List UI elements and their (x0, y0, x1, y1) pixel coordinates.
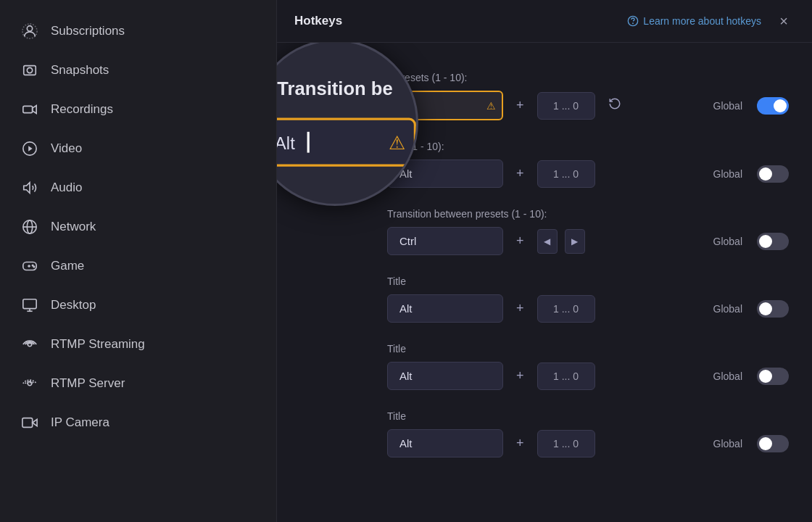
hotkey-section-4: Title Alt + 1 ... 0 Global (387, 343, 789, 390)
key-input-5[interactable]: Alt (387, 429, 503, 457)
header-right: Learn more about hotkeys × (627, 10, 795, 32)
sidebar-item-ip-camera[interactable]: IP Camera (0, 403, 276, 442)
svg-point-3 (27, 67, 32, 72)
global-toggle-1[interactable] (757, 165, 789, 183)
sidebar-label-audio: Audio (51, 181, 82, 195)
game-icon (20, 257, 39, 276)
subscriptions-icon (20, 22, 39, 41)
sidebar-label-rtmp-server: RTMP Server (51, 376, 125, 391)
arrow-left-button[interactable]: ◀ (537, 229, 558, 254)
sidebar-item-subscriptions[interactable]: Subscriptions (0, 12, 276, 51)
ip-camera-icon (20, 413, 39, 432)
warning-icon-0: ⚠ (486, 100, 496, 112)
sidebar-label-subscriptions: Subscriptions (51, 24, 125, 38)
hotkey-row-4: Alt + 1 ... 0 Global (387, 362, 789, 390)
svg-marker-6 (28, 146, 33, 151)
global-label-4: Global (713, 370, 742, 382)
plus-button-0[interactable]: + (510, 95, 530, 116)
key-value-2: Ctrl (399, 235, 416, 247)
key-display-4: 1 ... 0 (537, 362, 595, 390)
plus-button-4[interactable]: + (510, 365, 530, 386)
desktop-icon (20, 296, 39, 315)
hotkey-section-1: sets (1 - 10): Alt + 1 ... 0 Global (387, 141, 789, 188)
hotkey-section-2: Transition between presets (1 - 10): Ctr… (387, 208, 789, 255)
key-input-2[interactable]: Ctrl (387, 227, 503, 255)
svg-point-23 (633, 23, 634, 24)
sidebar: Subscriptions Snapshots Recordings Video (0, 0, 277, 522)
svg-point-0 (27, 26, 32, 31)
svg-rect-4 (23, 106, 33, 112)
zoom-input-value: Alt (277, 133, 295, 152)
sidebar-label-game: Game (51, 259, 84, 273)
sidebar-item-desktop[interactable]: Desktop (0, 286, 276, 325)
key-value-3: Alt (399, 302, 413, 315)
close-button[interactable]: × (773, 10, 795, 32)
help-icon (627, 15, 639, 27)
sidebar-item-audio[interactable]: Audio (0, 168, 276, 207)
hotkey-row-1: Alt + 1 ... 0 Global (387, 160, 789, 188)
global-label-3: Global (713, 303, 742, 315)
key-value-5: Alt (399, 437, 413, 450)
hotkey-row-3: Alt + 1 ... 0 Global (387, 294, 789, 323)
global-toggle-2[interactable] (757, 233, 789, 250)
hotkey-label-5: Title (387, 410, 789, 422)
svg-rect-21 (22, 418, 33, 428)
snapshots-icon (20, 61, 39, 80)
global-toggle-0[interactable] (757, 97, 789, 115)
svg-point-14 (32, 265, 33, 265)
hotkey-section-5: Title Alt + 1 ... 0 Global (387, 410, 789, 457)
key-input-3[interactable]: Alt (387, 294, 503, 323)
learn-more-text: Learn more about hotkeys (643, 15, 761, 27)
plus-button-5[interactable]: + (510, 433, 530, 454)
hotkey-label-4: Title (387, 343, 789, 355)
plus-button-1[interactable]: + (510, 163, 530, 184)
svg-rect-16 (23, 299, 36, 309)
global-label-0: Global (713, 100, 742, 112)
global-label-2: Global (713, 236, 742, 247)
svg-point-15 (33, 266, 34, 267)
global-toggle-4[interactable] (757, 368, 789, 385)
sidebar-item-snapshots[interactable]: Snapshots (0, 51, 276, 90)
arrow-right-button[interactable]: ▶ (565, 229, 585, 254)
sidebar-item-game[interactable]: Game (0, 246, 276, 286)
cursor-blink (307, 132, 309, 153)
sidebar-item-network[interactable]: Network (0, 207, 276, 246)
key-display-1: 1 ... 0 (537, 160, 595, 188)
global-toggle-3[interactable] (757, 300, 789, 318)
hotkey-section-0: n presets (1 - 10): Alt ⚠ + 1 ... 0 Glob… (387, 72, 789, 120)
svg-rect-2 (24, 66, 36, 75)
sidebar-label-video: Video (51, 141, 82, 156)
hotkey-label-3: Title (387, 276, 789, 287)
hotkey-section-3: Title Alt + 1 ... 0 Global (387, 276, 789, 323)
hotkey-row-2: Ctrl + ◀ ▶ Global (387, 227, 789, 255)
global-label-1: Global (713, 168, 742, 180)
global-toggle-5[interactable] (757, 435, 789, 452)
rtmp-server-icon (20, 374, 39, 393)
warning-icon: ⚠ (389, 131, 405, 153)
header: Hotkeys Learn more about hotkeys × (277, 0, 812, 43)
plus-button-2[interactable]: + (510, 231, 530, 252)
sidebar-item-rtmp-server[interactable]: RTMP Server (0, 364, 276, 403)
zoom-input-box[interactable]: Alt ⚠ (277, 118, 416, 167)
sidebar-label-rtmp-streaming: RTMP Streaming (51, 337, 145, 352)
zoom-title: Transition be (277, 78, 392, 99)
key-display-0: 1 ... 0 (537, 92, 595, 120)
recordings-icon (20, 100, 39, 119)
key-input-4[interactable]: Alt (387, 362, 503, 390)
learn-more-link[interactable]: Learn more about hotkeys (627, 15, 761, 27)
plus-button-3[interactable]: + (510, 298, 530, 319)
content-area: Transition be Alt ⚠ n presets (1 - 10): … (277, 43, 812, 522)
sidebar-item-rtmp-streaming[interactable]: RTMP Streaming (0, 325, 276, 364)
key-display-3: 1 ... 0 (537, 295, 595, 323)
sidebar-label-network: Network (51, 220, 96, 234)
header-title: Hotkeys (294, 14, 342, 28)
sidebar-label-snapshots: Snapshots (51, 63, 109, 78)
sidebar-item-recordings[interactable]: Recordings (0, 90, 276, 129)
sidebar-item-video[interactable]: Video (0, 129, 276, 168)
close-icon: × (779, 13, 788, 30)
sidebar-label-recordings: Recordings (51, 102, 113, 117)
hotkey-label-2: Transition between presets (1 - 10): (387, 208, 789, 220)
rtmp-streaming-icon (20, 335, 39, 354)
reset-button-0[interactable] (602, 94, 627, 117)
key-value-4: Alt (399, 370, 413, 382)
